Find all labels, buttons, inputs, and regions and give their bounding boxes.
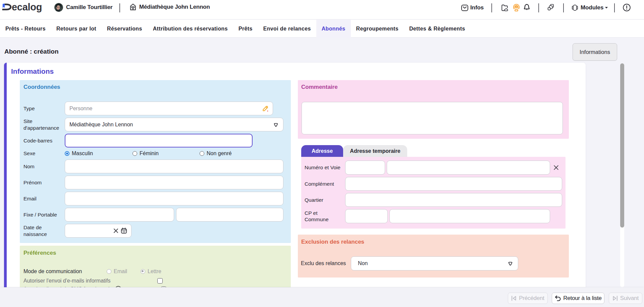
sexe-row: Sexe Masculin Féminin Non genré xyxy=(23,149,287,158)
page-title: Abonné : création xyxy=(4,48,59,55)
footer-bar: Précédent Retour à la liste Suivant xyxy=(0,288,644,307)
nav-tab-reservations[interactable]: Réservations xyxy=(102,20,148,38)
cp-commune-row: CP et Commune xyxy=(305,209,562,223)
nav-tab-abonnes[interactable]: Abonnés xyxy=(316,20,351,38)
versions-button[interactable] xyxy=(547,4,554,11)
emails-informatifs-label: Autoriser l'envoi d'e-mails informatifs xyxy=(23,278,157,284)
portable-input[interactable] xyxy=(176,208,283,222)
fixe-portable-row: Fixe / Portable xyxy=(23,208,287,222)
nom-input[interactable] xyxy=(65,160,283,173)
informations-button[interactable]: Informations xyxy=(573,43,617,61)
type-label: Type xyxy=(23,105,65,112)
radio-feminin-label: Féminin xyxy=(140,150,159,157)
radio-masculin[interactable]: Masculin xyxy=(65,150,93,157)
coordonnees-title: Coordonnées xyxy=(23,84,60,90)
previous-button[interactable]: Précédent xyxy=(508,293,548,304)
nav-tab-envoi-relances[interactable]: Envoi de relances xyxy=(258,20,316,38)
quartier-input[interactable] xyxy=(345,193,562,207)
exclu-relances-label: Exclu des relances xyxy=(301,260,351,267)
complement-input[interactable] xyxy=(345,177,562,191)
radio-feminin[interactable]: Féminin xyxy=(132,150,159,157)
alerts-button[interactable] xyxy=(623,4,631,11)
stacked-squares-icon xyxy=(547,4,554,11)
cp-input[interactable] xyxy=(345,209,388,223)
radio-masculin-control[interactable] xyxy=(65,151,69,156)
commune-input[interactable] xyxy=(389,209,550,223)
user-avatar xyxy=(54,3,63,12)
clear-date-icon[interactable] xyxy=(114,229,118,233)
prenom-input[interactable] xyxy=(65,176,283,189)
radio-mode-email-label: Email xyxy=(114,268,127,274)
back-to-list-button[interactable]: Retour à la liste xyxy=(552,293,604,304)
mode-communication-row: Mode de communication Email Lettre xyxy=(23,266,287,277)
complement-row: Complément xyxy=(305,177,562,191)
nav-tab-dettes-reglements[interactable]: Dettes & Règlements xyxy=(404,20,471,38)
scrollbar-thumb[interactable] xyxy=(620,63,624,228)
abonne-creation-card: Informations Coordonnées Type Site d'app… xyxy=(4,63,586,287)
fixe-input[interactable] xyxy=(65,208,174,222)
radio-mode-email-control[interactable] xyxy=(107,269,111,274)
exclusion-panel: Exclusion des relances Exclu des relance… xyxy=(298,235,569,278)
broadcast-button[interactable] xyxy=(513,4,520,11)
site-name: Médiathèque John Lennon xyxy=(139,4,210,10)
type-input[interactable] xyxy=(65,102,273,115)
topbar-divider xyxy=(119,3,120,12)
radio-feminin-control[interactable] xyxy=(132,151,137,156)
modules-menu[interactable]: Modules xyxy=(572,4,608,11)
nav-tab-prets-retours[interactable]: Prêts - Retours xyxy=(0,20,51,38)
infos-button[interactable]: Infos xyxy=(461,4,484,11)
user-menu[interactable]: Camille Tourtillier xyxy=(54,3,113,12)
scrollbar-track[interactable] xyxy=(620,63,624,287)
nav-tab-attribution-reservations[interactable]: Attribution des réservations xyxy=(148,20,233,38)
commentaire-title: Commentaire xyxy=(301,84,338,90)
edit-pencil-icon[interactable] xyxy=(262,105,269,112)
commentaire-textarea[interactable] xyxy=(302,102,563,134)
decalog-logo[interactable]: ecalog xyxy=(0,0,47,15)
bell-icon xyxy=(523,4,530,11)
alert-circle-icon xyxy=(623,4,631,11)
radio-mode-email[interactable]: Email xyxy=(107,268,127,274)
nom-label: Nom xyxy=(23,163,65,170)
site-appartenance-select[interactable]: Médiathèque John Lennon xyxy=(65,118,283,131)
nav-tab-regroupements[interactable]: Regroupements xyxy=(351,20,404,38)
exclu-relances-select[interactable]: Non xyxy=(351,256,518,270)
sms-fonctionnels-checkbox[interactable] xyxy=(161,287,166,288)
exclusion-title: Exclusion des relances xyxy=(301,239,364,245)
sexe-label: Sexe xyxy=(23,150,65,157)
voie-input[interactable] xyxy=(387,161,550,175)
calendar-icon[interactable] xyxy=(121,228,127,234)
site-appartenance-label: Site d'appartenance xyxy=(23,118,65,131)
code-barres-input[interactable] xyxy=(65,134,253,147)
radio-mode-lettre[interactable]: Lettre xyxy=(141,268,161,274)
radio-mode-lettre-control[interactable] xyxy=(141,269,145,274)
prenom-row: Prénom xyxy=(23,176,287,189)
infos-label: Infos xyxy=(470,4,484,11)
radio-non-genre-control[interactable] xyxy=(200,151,204,156)
radio-masculin-label: Masculin xyxy=(72,150,93,157)
card-section-title: Informations xyxy=(11,67,54,75)
info-circle-icon xyxy=(115,286,121,287)
next-button[interactable]: Suivant xyxy=(609,293,642,304)
site-appartenance-row: Site d'appartenance Médiathèque John Len… xyxy=(23,118,287,131)
mail-icon xyxy=(461,5,468,11)
notifications-button[interactable] xyxy=(523,4,530,11)
logo-bookmark-icon xyxy=(3,4,5,8)
folder-cloud-button[interactable] xyxy=(501,4,508,11)
clear-address-icon[interactable] xyxy=(554,165,558,170)
card-accent-bar xyxy=(4,63,7,287)
nav-tab-retours-par-lot[interactable]: Retours par lot xyxy=(51,20,102,38)
main-nav: Prêts - Retours Retours par lot Réservat… xyxy=(0,20,644,38)
tab-adresse-temporaire[interactable]: Adresse temporaire xyxy=(343,145,407,157)
radio-non-genre[interactable]: Non genré xyxy=(200,150,232,157)
tab-adresse[interactable]: Adresse xyxy=(301,145,343,157)
modules-icon xyxy=(572,5,578,11)
numero-voie-row: Numéro et Voie xyxy=(305,161,562,175)
emails-informatifs-checkbox[interactable] xyxy=(157,278,163,284)
email-input[interactable] xyxy=(65,192,283,205)
topbar-divider xyxy=(563,3,564,12)
nav-tab-prets[interactable]: Prêts xyxy=(233,20,258,38)
exclu-relances-value: Non xyxy=(358,260,368,266)
numero-input[interactable] xyxy=(345,161,385,175)
skip-forward-icon xyxy=(612,296,618,301)
site-menu[interactable]: Médiathèque John Lennon xyxy=(129,3,210,11)
